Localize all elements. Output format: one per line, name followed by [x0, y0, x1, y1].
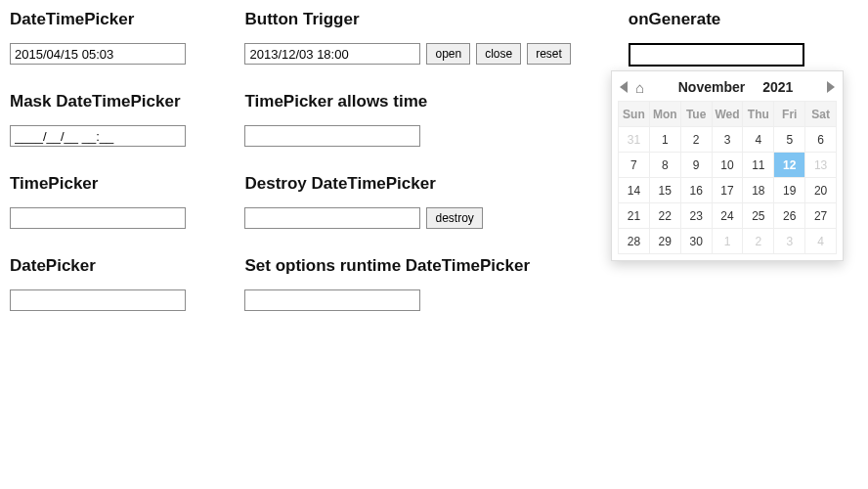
section-mask: Mask DateTimePicker [10, 92, 225, 147]
heading-mask: Mask DateTimePicker [10, 92, 225, 111]
section-datepicker: DatePicker [10, 256, 225, 311]
calendar-day-cell[interactable]: 12 [774, 153, 805, 178]
calendar-day-cell[interactable]: 15 [650, 178, 681, 203]
calendar-day-cell[interactable]: 7 [619, 153, 650, 178]
calendar-day-cell[interactable]: 24 [713, 203, 744, 229]
calendar-dow-row: SunMonTueWedThuFriSat [619, 102, 837, 127]
heading-datetimepicker: DateTimePicker [10, 10, 225, 29]
calendar-week-row: 2829301234 [619, 229, 837, 254]
calendar-day-cell[interactable]: 11 [743, 153, 774, 178]
calendar-month[interactable]: November [678, 79, 745, 95]
section-timepicker: TimePicker [10, 174, 225, 229]
calendar-day-cell[interactable]: 13 [805, 153, 837, 178]
calendar-day-cell[interactable]: 28 [619, 229, 650, 254]
calendar-day-cell[interactable]: 31 [619, 127, 650, 153]
heading-button-trigger: Button Trigger [244, 10, 608, 29]
calendar-day-cell[interactable]: 18 [743, 178, 774, 203]
calendar-grid: SunMonTueWedThuFriSat 311234567891011121… [618, 101, 837, 254]
calendar-dow-cell: Sat [805, 102, 837, 127]
calendar-dow-cell: Thu [743, 102, 774, 127]
calendar-day-cell[interactable]: 26 [774, 203, 805, 229]
destroy-input[interactable] [244, 207, 420, 229]
calendar-title: November 2021 [678, 79, 794, 95]
calendar-popup: ⌂ November 2021 SunMonTueWedThuFriSat 31… [611, 70, 844, 261]
home-icon[interactable]: ⌂ [635, 80, 644, 95]
calendar-day-cell[interactable]: 23 [681, 203, 713, 229]
button-trigger-row: open close reset [244, 43, 608, 65]
next-month-icon[interactable] [827, 81, 835, 93]
calendar-week-row: 21222324252627 [619, 203, 837, 229]
calendar-day-cell[interactable]: 2 [743, 229, 774, 254]
allows-time-input[interactable] [244, 125, 420, 147]
section-datetimepicker: DateTimePicker [10, 10, 225, 65]
calendar-day-cell[interactable]: 4 [805, 229, 837, 254]
calendar-day-cell[interactable]: 6 [805, 127, 837, 153]
section-button-trigger: Button Trigger open close reset [244, 10, 608, 65]
mask-input[interactable] [10, 125, 186, 147]
calendar-week-row: 31123456 [619, 127, 837, 153]
column-2: Button Trigger open close reset TimePick… [244, 10, 608, 338]
datetimepicker-input[interactable] [10, 43, 186, 65]
calendar-nav-left: ⌂ [620, 80, 644, 95]
open-button[interactable]: open [426, 43, 470, 65]
calendar-day-cell[interactable]: 4 [743, 127, 774, 153]
calendar-day-cell[interactable]: 29 [650, 229, 681, 254]
calendar-dow-cell: Tue [681, 102, 713, 127]
calendar-day-cell[interactable]: 10 [713, 153, 744, 178]
heading-destroy: Destroy DateTimePicker [244, 174, 608, 194]
calendar-dow-cell: Mon [650, 102, 681, 127]
timepicker-input[interactable] [10, 207, 186, 229]
calendar-dow-cell: Fri [774, 102, 805, 127]
calendar-day-cell[interactable]: 22 [650, 203, 681, 229]
calendar-day-cell[interactable]: 8 [650, 153, 681, 178]
prev-month-icon[interactable] [620, 81, 628, 93]
calendar-week-row: 78910111213 [619, 153, 837, 178]
section-runtime: Set options runtime DateTimePicker [244, 256, 608, 311]
calendar-dow-cell: Sun [619, 102, 650, 127]
calendar-day-cell[interactable]: 3 [713, 127, 744, 153]
column-1: DateTimePicker Mask DateTimePicker TimeP… [10, 10, 225, 338]
section-ongenerate: onGenerate [629, 10, 858, 67]
calendar-dow-cell: Wed [713, 102, 744, 127]
calendar-day-cell[interactable]: 1 [713, 229, 744, 254]
reset-button[interactable]: reset [527, 43, 571, 65]
calendar-header: ⌂ November 2021 [618, 77, 837, 101]
calendar-day-cell[interactable]: 14 [619, 178, 650, 203]
calendar-day-cell[interactable]: 17 [713, 178, 744, 203]
ongenerate-input[interactable] [629, 43, 804, 67]
heading-runtime: Set options runtime DateTimePicker [244, 256, 608, 276]
calendar-day-cell[interactable]: 16 [681, 178, 713, 203]
calendar-day-cell[interactable]: 2 [681, 127, 713, 153]
datepicker-input[interactable] [10, 289, 186, 311]
heading-ongenerate: onGenerate [629, 10, 858, 29]
close-button[interactable]: close [476, 43, 521, 65]
calendar-day-cell[interactable]: 5 [774, 127, 805, 153]
calendar-day-cell[interactable]: 3 [774, 229, 805, 254]
calendar-day-cell[interactable]: 27 [805, 203, 837, 229]
calendar-day-cell[interactable]: 30 [681, 229, 713, 254]
destroy-button[interactable]: destroy [426, 207, 482, 229]
calendar-day-cell[interactable]: 20 [805, 178, 837, 203]
heading-datepicker: DatePicker [10, 256, 225, 276]
heading-timepicker: TimePicker [10, 174, 225, 194]
section-allows-time: TimePicker allows time [244, 92, 608, 147]
calendar-year[interactable]: 2021 [762, 79, 793, 95]
calendar-day-cell[interactable]: 25 [743, 203, 774, 229]
calendar-day-cell[interactable]: 9 [681, 153, 713, 178]
section-destroy: Destroy DateTimePicker destroy [244, 174, 608, 229]
calendar-day-cell[interactable]: 19 [774, 178, 805, 203]
calendar-day-cell[interactable]: 1 [650, 127, 681, 153]
runtime-input[interactable] [244, 289, 420, 311]
calendar-day-cell[interactable]: 21 [619, 203, 650, 229]
calendar-week-row: 14151617181920 [619, 178, 837, 203]
button-trigger-input[interactable] [244, 43, 420, 65]
heading-allows-time: TimePicker allows time [244, 92, 608, 111]
destroy-row: destroy [244, 207, 608, 229]
